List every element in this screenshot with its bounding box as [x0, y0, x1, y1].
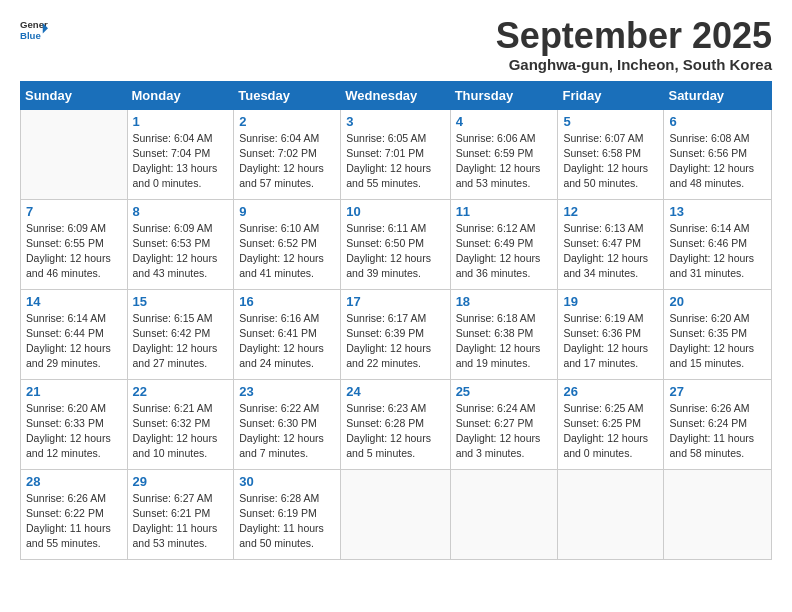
calendar-cell: 22Sunrise: 6:21 AMSunset: 6:32 PMDayligh…: [127, 379, 234, 469]
page-header: General Blue September 2025 Ganghwa-gun,…: [20, 16, 772, 73]
calendar-cell: 28Sunrise: 6:26 AMSunset: 6:22 PMDayligh…: [21, 469, 128, 559]
weekday-header-thursday: Thursday: [450, 81, 558, 109]
day-info: Sunrise: 6:10 AMSunset: 6:52 PMDaylight:…: [239, 221, 335, 282]
day-info: Sunrise: 6:26 AMSunset: 6:22 PMDaylight:…: [26, 491, 122, 552]
weekday-header-friday: Friday: [558, 81, 664, 109]
calendar-cell: 8Sunrise: 6:09 AMSunset: 6:53 PMDaylight…: [127, 199, 234, 289]
day-info: Sunrise: 6:05 AMSunset: 7:01 PMDaylight:…: [346, 131, 444, 192]
calendar-cell: 26Sunrise: 6:25 AMSunset: 6:25 PMDayligh…: [558, 379, 664, 469]
day-info: Sunrise: 6:25 AMSunset: 6:25 PMDaylight:…: [563, 401, 658, 462]
calendar-cell: 6Sunrise: 6:08 AMSunset: 6:56 PMDaylight…: [664, 109, 772, 199]
calendar-cell: 17Sunrise: 6:17 AMSunset: 6:39 PMDayligh…: [341, 289, 450, 379]
calendar-table: SundayMondayTuesdayWednesdayThursdayFrid…: [20, 81, 772, 560]
day-info: Sunrise: 6:06 AMSunset: 6:59 PMDaylight:…: [456, 131, 553, 192]
weekday-header-monday: Monday: [127, 81, 234, 109]
calendar-cell: 12Sunrise: 6:13 AMSunset: 6:47 PMDayligh…: [558, 199, 664, 289]
weekday-header-tuesday: Tuesday: [234, 81, 341, 109]
location: Ganghwa-gun, Incheon, South Korea: [496, 56, 772, 73]
day-number: 10: [346, 204, 444, 219]
calendar-cell: [558, 469, 664, 559]
day-number: 14: [26, 294, 122, 309]
day-number: 30: [239, 474, 335, 489]
calendar-cell: 3Sunrise: 6:05 AMSunset: 7:01 PMDaylight…: [341, 109, 450, 199]
weekday-header-wednesday: Wednesday: [341, 81, 450, 109]
calendar-cell: 20Sunrise: 6:20 AMSunset: 6:35 PMDayligh…: [664, 289, 772, 379]
calendar-cell: 16Sunrise: 6:16 AMSunset: 6:41 PMDayligh…: [234, 289, 341, 379]
calendar-cell: 30Sunrise: 6:28 AMSunset: 6:19 PMDayligh…: [234, 469, 341, 559]
title-block: September 2025 Ganghwa-gun, Incheon, Sou…: [496, 16, 772, 73]
day-info: Sunrise: 6:21 AMSunset: 6:32 PMDaylight:…: [133, 401, 229, 462]
calendar-cell: 2Sunrise: 6:04 AMSunset: 7:02 PMDaylight…: [234, 109, 341, 199]
day-number: 3: [346, 114, 444, 129]
day-info: Sunrise: 6:20 AMSunset: 6:35 PMDaylight:…: [669, 311, 766, 372]
calendar-cell: 14Sunrise: 6:14 AMSunset: 6:44 PMDayligh…: [21, 289, 128, 379]
calendar-cell: 10Sunrise: 6:11 AMSunset: 6:50 PMDayligh…: [341, 199, 450, 289]
day-number: 1: [133, 114, 229, 129]
day-info: Sunrise: 6:16 AMSunset: 6:41 PMDaylight:…: [239, 311, 335, 372]
month-title: September 2025: [496, 16, 772, 56]
day-number: 11: [456, 204, 553, 219]
weekday-header-row: SundayMondayTuesdayWednesdayThursdayFrid…: [21, 81, 772, 109]
calendar-cell: 7Sunrise: 6:09 AMSunset: 6:55 PMDaylight…: [21, 199, 128, 289]
calendar-cell: 29Sunrise: 6:27 AMSunset: 6:21 PMDayligh…: [127, 469, 234, 559]
day-number: 4: [456, 114, 553, 129]
day-number: 25: [456, 384, 553, 399]
calendar-cell: [21, 109, 128, 199]
logo: General Blue: [20, 16, 48, 44]
day-number: 21: [26, 384, 122, 399]
weekday-header-saturday: Saturday: [664, 81, 772, 109]
day-number: 22: [133, 384, 229, 399]
day-info: Sunrise: 6:13 AMSunset: 6:47 PMDaylight:…: [563, 221, 658, 282]
day-number: 15: [133, 294, 229, 309]
day-number: 29: [133, 474, 229, 489]
day-number: 16: [239, 294, 335, 309]
day-info: Sunrise: 6:22 AMSunset: 6:30 PMDaylight:…: [239, 401, 335, 462]
logo-icon: General Blue: [20, 16, 48, 44]
calendar-cell: 5Sunrise: 6:07 AMSunset: 6:58 PMDaylight…: [558, 109, 664, 199]
day-info: Sunrise: 6:26 AMSunset: 6:24 PMDaylight:…: [669, 401, 766, 462]
calendar-cell: 11Sunrise: 6:12 AMSunset: 6:49 PMDayligh…: [450, 199, 558, 289]
week-row-5: 28Sunrise: 6:26 AMSunset: 6:22 PMDayligh…: [21, 469, 772, 559]
day-info: Sunrise: 6:23 AMSunset: 6:28 PMDaylight:…: [346, 401, 444, 462]
day-info: Sunrise: 6:28 AMSunset: 6:19 PMDaylight:…: [239, 491, 335, 552]
calendar-cell: 4Sunrise: 6:06 AMSunset: 6:59 PMDaylight…: [450, 109, 558, 199]
day-number: 13: [669, 204, 766, 219]
calendar-cell: 13Sunrise: 6:14 AMSunset: 6:46 PMDayligh…: [664, 199, 772, 289]
day-info: Sunrise: 6:07 AMSunset: 6:58 PMDaylight:…: [563, 131, 658, 192]
day-number: 2: [239, 114, 335, 129]
calendar-cell: 21Sunrise: 6:20 AMSunset: 6:33 PMDayligh…: [21, 379, 128, 469]
calendar-cell: 19Sunrise: 6:19 AMSunset: 6:36 PMDayligh…: [558, 289, 664, 379]
day-info: Sunrise: 6:14 AMSunset: 6:44 PMDaylight:…: [26, 311, 122, 372]
calendar-cell: 9Sunrise: 6:10 AMSunset: 6:52 PMDaylight…: [234, 199, 341, 289]
day-number: 6: [669, 114, 766, 129]
day-info: Sunrise: 6:19 AMSunset: 6:36 PMDaylight:…: [563, 311, 658, 372]
day-number: 23: [239, 384, 335, 399]
weekday-header-sunday: Sunday: [21, 81, 128, 109]
day-info: Sunrise: 6:15 AMSunset: 6:42 PMDaylight:…: [133, 311, 229, 372]
day-number: 7: [26, 204, 122, 219]
calendar-cell: 24Sunrise: 6:23 AMSunset: 6:28 PMDayligh…: [341, 379, 450, 469]
day-number: 8: [133, 204, 229, 219]
day-info: Sunrise: 6:17 AMSunset: 6:39 PMDaylight:…: [346, 311, 444, 372]
day-info: Sunrise: 6:08 AMSunset: 6:56 PMDaylight:…: [669, 131, 766, 192]
calendar-cell: 23Sunrise: 6:22 AMSunset: 6:30 PMDayligh…: [234, 379, 341, 469]
day-number: 18: [456, 294, 553, 309]
calendar-cell: 25Sunrise: 6:24 AMSunset: 6:27 PMDayligh…: [450, 379, 558, 469]
day-info: Sunrise: 6:04 AMSunset: 7:04 PMDaylight:…: [133, 131, 229, 192]
week-row-4: 21Sunrise: 6:20 AMSunset: 6:33 PMDayligh…: [21, 379, 772, 469]
day-info: Sunrise: 6:20 AMSunset: 6:33 PMDaylight:…: [26, 401, 122, 462]
calendar-cell: [450, 469, 558, 559]
day-info: Sunrise: 6:09 AMSunset: 6:55 PMDaylight:…: [26, 221, 122, 282]
day-number: 5: [563, 114, 658, 129]
day-number: 12: [563, 204, 658, 219]
day-number: 28: [26, 474, 122, 489]
day-info: Sunrise: 6:24 AMSunset: 6:27 PMDaylight:…: [456, 401, 553, 462]
day-number: 17: [346, 294, 444, 309]
calendar-cell: 18Sunrise: 6:18 AMSunset: 6:38 PMDayligh…: [450, 289, 558, 379]
week-row-3: 14Sunrise: 6:14 AMSunset: 6:44 PMDayligh…: [21, 289, 772, 379]
day-info: Sunrise: 6:11 AMSunset: 6:50 PMDaylight:…: [346, 221, 444, 282]
day-info: Sunrise: 6:14 AMSunset: 6:46 PMDaylight:…: [669, 221, 766, 282]
day-info: Sunrise: 6:09 AMSunset: 6:53 PMDaylight:…: [133, 221, 229, 282]
week-row-1: 1Sunrise: 6:04 AMSunset: 7:04 PMDaylight…: [21, 109, 772, 199]
day-info: Sunrise: 6:04 AMSunset: 7:02 PMDaylight:…: [239, 131, 335, 192]
